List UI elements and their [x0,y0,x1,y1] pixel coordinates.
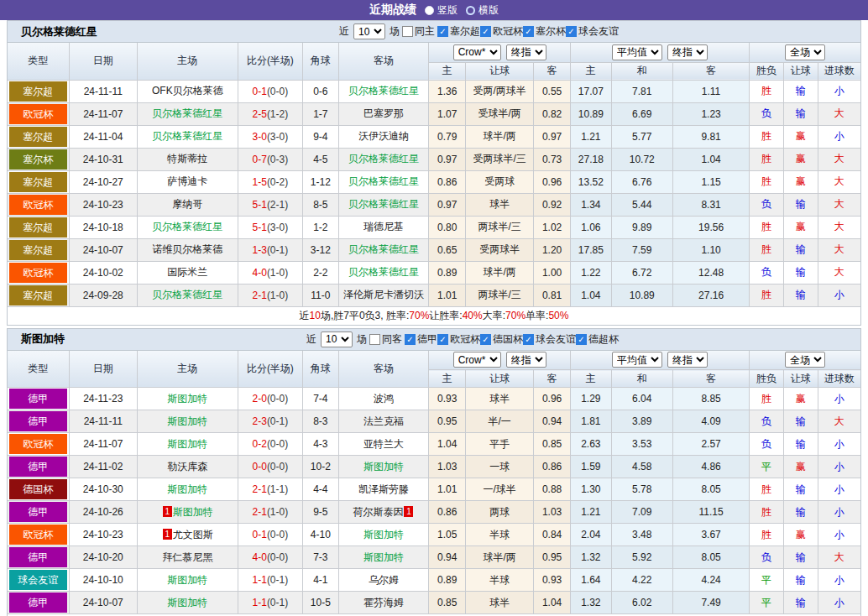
odds-home-cell: 0.94 [429,546,466,569]
same-venue-filter[interactable]: 同主 [402,24,435,39]
league-filter-1-2[interactable]: ✓欧冠杯 [480,24,523,39]
layout-option-vertical[interactable]: 竖版 [425,3,458,18]
corner-cell: 10-5 [302,592,338,614]
away-team-name: 斯图加特 [363,551,404,563]
winloss-result-cell: 胜 [750,501,784,524]
col-goals: 进球数 [818,62,860,80]
league-filter-1-1[interactable]: ✓塞尔超 [437,24,480,39]
radio-unselected-icon[interactable] [466,6,475,15]
recent-games-select[interactable]: 10 [353,23,385,39]
odds-value: 半/一 [488,415,510,427]
handicap-result-cell: 输 [783,261,818,284]
checkbox-unchecked-icon[interactable] [402,26,413,37]
goals-result-cell: 小 [818,80,860,102]
scope-select[interactable]: 全场 [785,352,825,368]
away-team-cell: 波鸿 [338,388,429,410]
home-team-name: 特斯蒂拉 [167,153,207,164]
average-value: 8.85 [701,393,720,405]
col-handicap-result: 让球 [783,370,818,388]
col-type: 类型 [8,43,69,80]
avg-away-cell: 1.11 [672,80,749,102]
full-time-score: 5-1 [253,222,267,233]
league-filter-2-3[interactable]: ✓德国杯 [480,332,523,347]
average-value: 10.89 [578,108,604,120]
col-winloss: 胜负 [750,370,784,388]
score-cell: 2-1(1-0) [238,284,302,306]
average-select[interactable]: 平均值 [612,44,662,60]
odds-handicap-cell: 一/球半 [466,478,534,501]
home-team-name: 斯图加特 [167,415,207,427]
league-filter-2-2[interactable]: ✓欧冠杯 [437,332,480,347]
league-filter-2-1[interactable]: ✓德甲 [405,332,437,347]
home-team-cell: 斯图加特 [137,569,238,592]
checkbox-checked-icon[interactable]: ✓ [437,334,448,345]
winloss-result-cell: 负 [750,193,784,216]
odds-stage-select[interactable]: 终指 [506,352,546,368]
recent-games-select[interactable]: 10 [321,331,353,347]
odds-value: 1.04 [542,597,562,608]
avg-home-cell: 1.32 [570,546,611,569]
league-filter-2-4[interactable]: ✓球会友谊 [523,332,576,347]
score-cell: 4-0(1-0) [238,261,302,284]
average-stage-select[interactable]: 终指 [667,352,708,368]
result-value: 输 [796,415,806,427]
bookmaker-select[interactable]: Crow* [453,44,501,60]
home-team-cell: 贝尔格莱德红星 [137,125,238,148]
radio-selected-icon[interactable] [425,6,434,15]
odds-value: 受两球半 [479,243,520,255]
score-cell: 1-3(0-1) [238,238,302,261]
average-value: 1.30 [581,483,600,495]
league-filter-1-4[interactable]: ✓球会友谊 [566,24,619,39]
result-value: 小 [834,85,844,97]
away-team-cell: 斯图加特 [338,546,429,569]
result-value: 赢 [796,153,806,164]
scope-select[interactable]: 全场 [785,44,825,60]
home-team-name: 贝尔格莱德红星 [152,289,222,300]
odds-value: 1.01 [437,483,457,495]
match-date: 24-10-02 [83,267,123,279]
bookmaker-select[interactable]: Crow* [453,352,501,368]
checkbox-checked-icon[interactable]: ✓ [566,26,577,37]
result-value: 赢 [796,175,806,187]
average-select[interactable]: 平均值 [612,352,662,368]
summary-text: 40% [463,310,483,321]
away-team-cell: 贝尔格莱德红星 [338,148,429,170]
odds-value: 0.94 [542,415,562,427]
full-time-score: 0-1 [253,529,267,540]
average-value: 4.58 [632,461,651,472]
layout-option-horizontal[interactable]: 横版 [466,3,499,18]
games-unit-label: 场 [390,24,400,39]
half-time-score: (0-1) [267,574,288,586]
odds-value: 0.55 [542,86,562,97]
result-value: 赢 [796,461,806,472]
checkbox-checked-icon[interactable]: ✓ [523,26,534,37]
checkbox-checked-icon[interactable]: ✓ [480,26,491,37]
checkbox-checked-icon[interactable]: ✓ [576,334,587,345]
league-filter-2-5[interactable]: ✓德超杯 [576,332,619,347]
home-team-name: 斯图加特 [173,506,213,518]
result-value: 平 [761,574,771,586]
avg-home-cell: 1.06 [570,216,611,238]
odds-stage-select[interactable]: 终指 [506,44,546,60]
col-odds-handicap: 让球 [466,370,534,388]
half-time-score: (0-0) [267,438,288,450]
match-type-badge: 德国杯 [9,479,67,499]
goals-result-cell: 大 [818,148,860,170]
result-value: 输 [796,574,806,586]
average-stage-select[interactable]: 终指 [667,44,708,60]
handicap-result-cell: 输 [783,80,818,102]
odds-value: 1.00 [542,267,562,279]
match-date: 24-10-23 [83,199,123,211]
odds-value: 球半/两 [483,551,515,563]
same-venue-filter[interactable]: 同客 [369,332,402,347]
checkbox-checked-icon[interactable]: ✓ [480,334,491,345]
home-team-cell: 1斯图加特 [137,501,238,524]
checkbox-checked-icon[interactable]: ✓ [405,334,416,345]
checkbox-checked-icon[interactable]: ✓ [437,26,448,37]
goals-result-cell: 小 [818,478,860,501]
league-filter-1-3[interactable]: ✓塞尔杯 [523,24,566,39]
winloss-result-cell: 胜 [750,80,784,102]
checkbox-checked-icon[interactable]: ✓ [523,334,534,345]
checkbox-unchecked-icon[interactable] [369,334,380,345]
match-type-badge: 球会友谊 [9,570,67,590]
